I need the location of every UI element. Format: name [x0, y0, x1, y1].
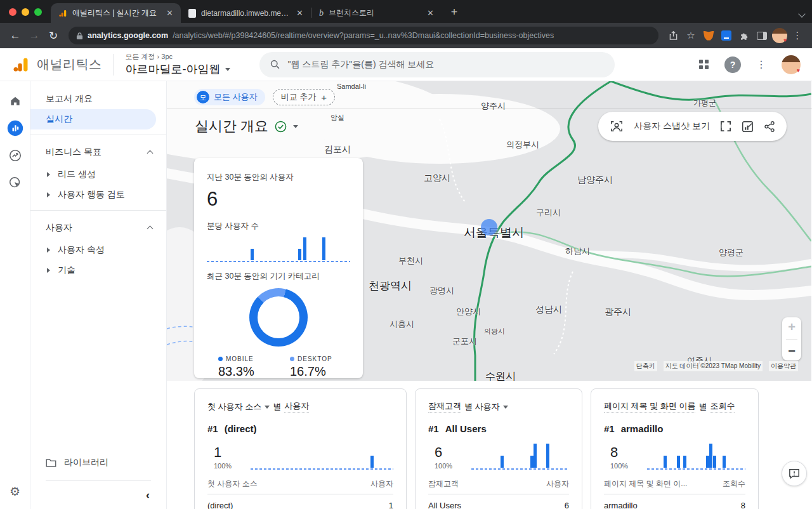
map-toolbar: 사용자 스냅샷 보기 [598, 112, 787, 141]
property-name: 아르마딜로-아임웹 [126, 62, 221, 77]
share-icon[interactable] [764, 121, 775, 133]
map-city-label: 남양주시 [577, 175, 613, 186]
sidebar-item-리드 생성[interactable]: 리드 생성 [30, 164, 166, 185]
report-card: 첫 사용자 소스 별 사용자 #1 (direct) 1 100% 첫 사용자 … [194, 388, 407, 509]
search-placeholder: "웹 스트림 추가"을(를) 검색해 보세요 [288, 59, 435, 70]
all-users-chip[interactable]: 모 모든 사용자 [194, 89, 265, 105]
table-row[interactable]: All Users 6 [428, 501, 569, 509]
add-comparison-label: 비교 추가 [281, 91, 317, 103]
tab-search-chevron-icon[interactable] [798, 10, 805, 17]
add-comparison-chip[interactable]: 비교 추가 + [273, 89, 335, 105]
sidebar-item-보고서 개요[interactable]: 보고서 개요 [30, 89, 166, 109]
left-icon-rail: ⚙ [0, 81, 30, 509]
metric-column-header[interactable]: 조회수 [723, 479, 745, 489]
map-zoom-controls: + − [782, 317, 801, 360]
card-title[interactable]: 페이지 제목 및 화면 이름 별 조회수 [604, 400, 745, 413]
map-terms-link[interactable]: 이용약관 [769, 361, 798, 371]
admin-gear-icon[interactable]: ⚙ [10, 484, 20, 499]
tab-close-icon[interactable]: ✕ [164, 8, 176, 18]
chevron-up-icon [147, 226, 154, 232]
zoom-in-button[interactable]: + [788, 320, 796, 334]
data-quality-check-icon[interactable] [275, 121, 287, 133]
share-page-icon[interactable] [665, 27, 681, 44]
card-top-entry: #1 armadillo [604, 423, 745, 434]
sidebar-item-기술[interactable]: 기술 [30, 260, 166, 281]
back-button[interactable]: ← [6, 27, 24, 44]
reload-button[interactable]: ↻ [44, 27, 62, 44]
close-window-button[interactable] [9, 8, 16, 16]
browser-tab[interactable]: 애널리틱스 | 실시간 개요✕ [51, 3, 181, 23]
help-icon[interactable]: ? [724, 56, 741, 73]
browser-tab[interactable]: dietarmadillo.imweb.me/admin✕ [181, 3, 311, 23]
sidebar-item-사용자 행동 검토[interactable]: 사용자 행동 검토 [30, 185, 166, 205]
bookmark-star-icon[interactable]: ☆ [683, 27, 699, 44]
table-row[interactable]: (direct) 1 [207, 501, 393, 509]
card-title[interactable]: 잠재고객 별 사용자 [428, 400, 569, 413]
sidebar-section-비즈니스 목표[interactable]: 비즈니스 목표 [30, 140, 166, 164]
dimension-column-header[interactable]: 첫 사용자 소스 [207, 479, 258, 489]
metamask-extension-icon[interactable] [700, 27, 717, 44]
map-city-label: 가평군 [693, 98, 716, 109]
blue-extension-icon[interactable] [718, 27, 735, 44]
profile-avatar[interactable] [771, 27, 788, 44]
account-breadcrumb[interactable]: 모든 계정 › 3pc [126, 52, 230, 62]
apps-grid-icon[interactable] [699, 60, 709, 70]
collapse-sidebar-button[interactable]: ‹ [30, 481, 166, 509]
expand-triangle-icon [47, 192, 50, 197]
feedback-icon [789, 468, 800, 479]
map-city-label: 의정부시 [506, 139, 539, 150]
browser-menu-icon[interactable]: ⋮ [789, 27, 806, 44]
sidebar-item-실시간[interactable]: 실시간 [30, 109, 156, 129]
rank-label: #1 [207, 423, 218, 434]
user-snapshot-label[interactable]: 사용자 스냅샷 보기 [634, 121, 710, 132]
tab-close-icon[interactable]: ✕ [294, 8, 306, 18]
zoom-out-button[interactable]: − [788, 344, 796, 359]
map-city-label: 구리시 [536, 207, 561, 218]
browser-tab[interactable]: b브런치스토리✕ [311, 3, 442, 23]
search-input[interactable]: "웹 스트림 추가"을(를) 검색해 보세요 [259, 52, 615, 77]
browser-window: 애널리틱스 | 실시간 개요✕dietarmadillo.imweb.me/ad… [0, 0, 812, 509]
extensions-puzzle-icon[interactable] [736, 27, 752, 44]
home-icon[interactable] [7, 93, 23, 109]
metric-value: 8 [610, 444, 641, 461]
card-title[interactable]: 첫 사용자 소스 별 사용자 [207, 400, 393, 413]
users-per-minute-label: 분당 사용자 수 [207, 221, 350, 232]
url-bar[interactable]: analytics.google.com /analytics/web/#/p3… [69, 27, 658, 44]
analytics-logo-icon[interactable] [11, 56, 30, 74]
feedback-button[interactable] [782, 461, 807, 486]
tab-close-icon[interactable]: ✕ [424, 8, 436, 18]
map-shortcuts-link[interactable]: 단축키 [634, 361, 657, 371]
metric-column-header[interactable]: 사용자 [546, 479, 569, 489]
table-row[interactable]: armadillo 8 [604, 501, 745, 509]
dimension-column-header[interactable]: 페이지 제목 및 화면 이... [604, 479, 687, 489]
customize-report-icon[interactable] [742, 121, 754, 133]
rank-name: All Users [445, 423, 487, 434]
user-snapshot-icon[interactable] [610, 120, 624, 133]
dimension-column-header[interactable]: 잠재고객 [428, 479, 459, 489]
title-segment: 페이지 제목 및 화면 이름 [604, 400, 695, 413]
advertising-icon[interactable] [7, 175, 23, 191]
side-panel-icon[interactable] [754, 27, 770, 44]
explore-icon[interactable] [7, 147, 23, 164]
more-options-icon[interactable]: ⋮ [756, 58, 766, 70]
sidebar-item-사용자 속성[interactable]: 사용자 속성 [30, 240, 166, 260]
maximize-window-button[interactable] [34, 8, 42, 16]
title-chevron-down-icon[interactable] [293, 125, 298, 128]
active-users-map-marker[interactable] [481, 219, 497, 235]
device-category-donut-chart [249, 288, 308, 347]
reports-icon[interactable] [7, 120, 23, 136]
forward-button[interactable]: → [25, 27, 43, 44]
document-favicon [188, 9, 196, 18]
fullscreen-icon[interactable] [720, 121, 731, 132]
chevron-down-icon [503, 406, 508, 409]
minimize-window-button[interactable] [22, 8, 29, 16]
report-card: 페이지 제목 및 화면 이름 별 조회수 #1 armadillo 8 100%… [591, 388, 759, 509]
metric-column-header[interactable]: 사용자 [370, 479, 393, 489]
property-selector[interactable]: 아르마딜로-아임웹 [126, 62, 230, 77]
nav-divider [30, 135, 166, 135]
account-avatar[interactable] [782, 55, 801, 74]
new-tab-button[interactable]: + [445, 3, 463, 21]
sidebar-item-library[interactable]: 라이브러리 [30, 451, 166, 474]
sidebar-section-사용자[interactable]: 사용자 [30, 216, 166, 240]
row-value: 6 [565, 501, 569, 509]
